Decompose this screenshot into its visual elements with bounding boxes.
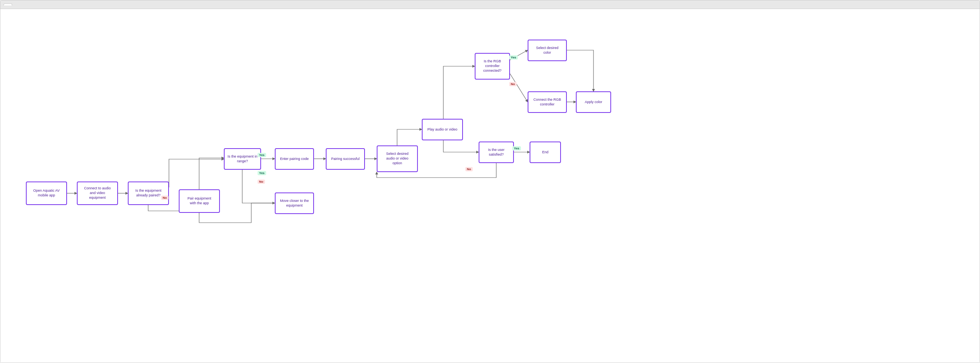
node-n5[interactable]: Is the equipment inrange? <box>224 148 261 170</box>
label-yes-equipment-range: Yes <box>258 153 266 157</box>
node-n15[interactable]: Is the usersatisfied? <box>479 142 514 163</box>
label-no-range: No <box>258 180 265 184</box>
node-n1[interactable]: Open Aquatic AVmobile app <box>26 182 67 205</box>
node-n2[interactable]: Connect to audioand videoequipment <box>77 182 118 205</box>
label-yes-rgb: Yes <box>509 55 518 60</box>
app-window: Open Aquatic AVmobile appConnect to audi… <box>0 0 980 363</box>
node-n6[interactable]: Enter pairing code <box>275 148 314 170</box>
node-n4[interactable]: Pair equipmentwith the app <box>179 189 220 213</box>
label-no-rgb: No <box>509 82 517 86</box>
svg-line-6 <box>510 74 528 102</box>
node-n12[interactable]: Select desiredcolor <box>528 40 567 61</box>
tab-bar <box>0 0 980 9</box>
label-yes-pairing: Yes <box>258 171 266 175</box>
label-no-satisfied: No <box>465 167 473 171</box>
node-n10[interactable]: Play audio or video <box>422 119 463 140</box>
node-n16[interactable]: End <box>530 142 561 163</box>
node-n14[interactable]: Apply color <box>576 91 611 113</box>
canvas[interactable]: Open Aquatic AVmobile appConnect to audi… <box>0 9 980 363</box>
label-yes-satisfied: Yes <box>512 146 521 151</box>
node-n9[interactable]: Select desiredaudio or videooption <box>377 145 418 172</box>
node-n3[interactable]: Is the equipmentalready paired? <box>128 182 169 205</box>
node-n8[interactable]: Pairing successful <box>326 148 365 170</box>
label-no-paired: No <box>161 196 169 200</box>
tab-flowchart[interactable] <box>4 4 12 5</box>
node-n7[interactable]: Move closer to theequipment <box>275 192 314 214</box>
node-n13[interactable]: Connect the RGBcontroller <box>528 91 567 113</box>
node-n11[interactable]: Is the RGBcontrollerconnected? <box>475 53 510 80</box>
